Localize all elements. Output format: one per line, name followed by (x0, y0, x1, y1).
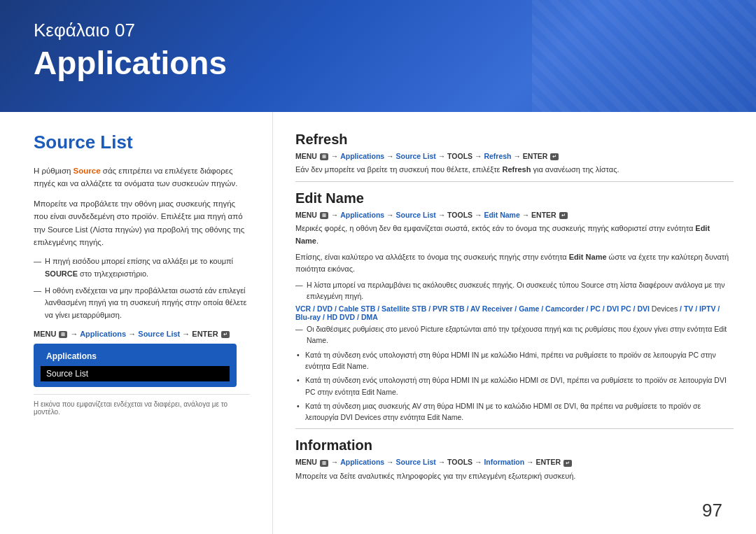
source-list-heading: Source List (34, 132, 250, 153)
right-column: Refresh MENU ⊞ → Applications → Source L… (273, 112, 756, 534)
bullet2: Η οθόνη ενδέχεται να μην προβάλλεται σωσ… (34, 285, 250, 322)
edit-name-body2: Επίσης, είναι καλύτερο να αλλάξετε το όν… (295, 251, 734, 275)
menu-path-left: MENU ⊞ → Applications → Source List → EN… (34, 330, 250, 338)
tv-menu-applications: Applications (41, 349, 230, 363)
edit-name-menu-path: MENU ⊞ → Applications → Source List → TO… (295, 211, 734, 219)
footnote: Η εικόνα που εμφανίζεται ενδέχεται να δι… (34, 394, 250, 416)
edit-name-bullet2: Οι διαθέσιμες ρυθμίσεις στο μενού Pictur… (295, 323, 734, 346)
refresh-menu-path: MENU ⊞ → Applications → Source List → TO… (295, 152, 734, 160)
main-content: Source List Η ρύθμιση Source σάς επιτρέπ… (0, 112, 756, 534)
edit-name-heading: Edit Name (295, 190, 734, 206)
tv-menu-source-list: Source List (41, 366, 230, 381)
edit-name-dot1: Κατά τη σύνδεση ενός υπολογιστή στη θύρα… (295, 349, 734, 372)
information-body: Μπορείτε να δείτε αναλυτικές πληροφορίες… (295, 470, 734, 482)
edit-name-body1: Μερικές φορές, η οθόνη δεν θα εμφανίζετα… (295, 223, 734, 246)
para2: Μπορείτε να προβάλετε την οθόνη μιας συσ… (34, 197, 250, 249)
page-number: 97 (702, 500, 722, 521)
chapter-label: Κεφάλαιο 07 (34, 20, 722, 41)
page-header: Κεφάλαιο 07 Applications (0, 0, 756, 112)
devices-line: VCR / DVD / Cable STB / Satellite STB / … (295, 304, 734, 321)
edit-name-dot2: Κατά τη σύνδεση ενός υπολογιστή στη θύρα… (295, 374, 734, 398)
information-heading: Information (295, 437, 734, 454)
tv-mockup: Applications Source List (34, 344, 237, 387)
bullet1: Η πηγή εισόδου μπορεί επίσης να αλλάξει … (34, 255, 250, 280)
page-title: Applications (34, 44, 722, 82)
edit-name-bullet1: Η λίστα μπορεί να περιλαμβάνει τις ακόλο… (295, 279, 734, 302)
para1: Η ρύθμιση Source σάς επιτρέπει να επιλέγ… (34, 164, 250, 190)
refresh-body: Εάν δεν μπορείτε να βρείτε τη συσκευή πο… (295, 164, 734, 176)
edit-name-dot3: Κατά τη σύνδεση μιας συσκευής AV στη θύρ… (295, 400, 734, 423)
information-menu-path: MENU ⊞ → Applications → Source List → TO… (295, 458, 734, 466)
refresh-heading: Refresh (295, 132, 734, 148)
left-column: Source List Η ρύθμιση Source σάς επιτρέπ… (0, 112, 273, 534)
